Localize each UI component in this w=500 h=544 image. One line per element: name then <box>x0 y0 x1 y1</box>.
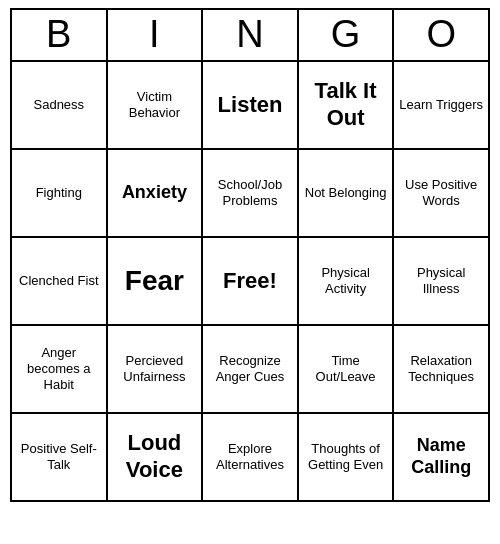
cell-r2-c4: Physical Illness <box>394 238 490 326</box>
cell-r3-c0: Anger becomes a Habit <box>12 326 108 414</box>
cell-r2-c0: Clenched Fist <box>12 238 108 326</box>
header-letter: O <box>394 10 490 62</box>
cell-r4-c1: Loud Voice <box>108 414 204 502</box>
cell-r1-c2: School/Job Problems <box>203 150 299 238</box>
cell-r1-c3: Not Belonging <box>299 150 395 238</box>
cell-r3-c2: Recognize Anger Cues <box>203 326 299 414</box>
cell-r0-c1: Victim Behavior <box>108 62 204 150</box>
cell-r2-c1: Fear <box>108 238 204 326</box>
bingo-grid: SadnessVictim BehaviorListenTalk It OutL… <box>10 62 490 502</box>
header-letter: G <box>299 10 395 62</box>
cell-r4-c4: Name Calling <box>394 414 490 502</box>
cell-r4-c0: Positive Self-Talk <box>12 414 108 502</box>
cell-r0-c3: Talk It Out <box>299 62 395 150</box>
cell-r0-c4: Learn Triggers <box>394 62 490 150</box>
cell-r3-c3: Time Out/Leave <box>299 326 395 414</box>
bingo-header: BINGO <box>10 8 490 62</box>
cell-r1-c1: Anxiety <box>108 150 204 238</box>
header-letter: N <box>203 10 299 62</box>
cell-r3-c1: Percieved Unfairness <box>108 326 204 414</box>
header-letter: I <box>108 10 204 62</box>
cell-r4-c2: Explore Alternatives <box>203 414 299 502</box>
cell-r0-c0: Sadness <box>12 62 108 150</box>
cell-r3-c4: Relaxation Techniques <box>394 326 490 414</box>
header-letter: B <box>12 10 108 62</box>
cell-r0-c2: Listen <box>203 62 299 150</box>
cell-r1-c4: Use Positive Words <box>394 150 490 238</box>
cell-r2-c3: Physical Activity <box>299 238 395 326</box>
cell-r1-c0: Fighting <box>12 150 108 238</box>
bingo-card: BINGO SadnessVictim BehaviorListenTalk I… <box>10 8 490 502</box>
cell-r4-c3: Thoughts of Getting Even <box>299 414 395 502</box>
cell-r2-c2: Free! <box>203 238 299 326</box>
